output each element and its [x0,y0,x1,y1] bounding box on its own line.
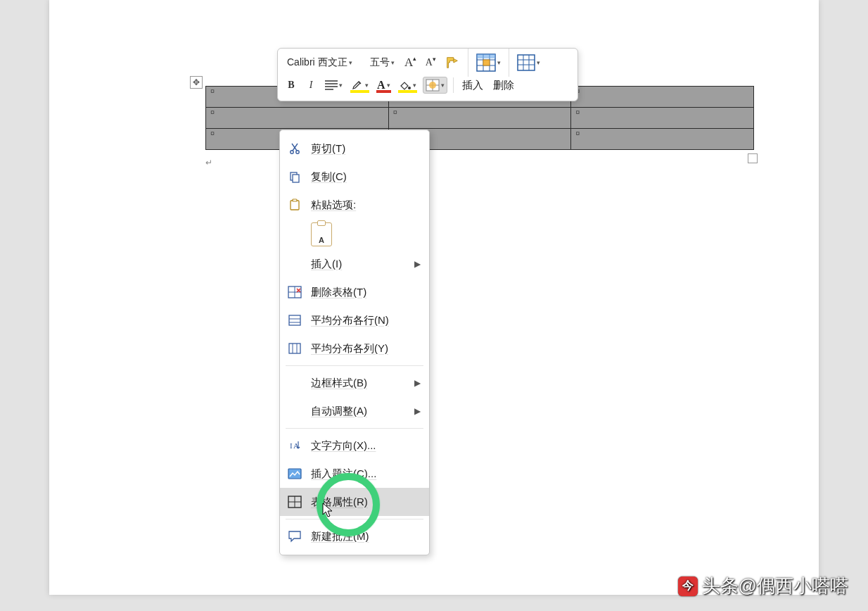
menu-cut[interactable]: 剪切(T) [280,134,429,163]
paste-icon [287,197,302,213]
table-resize-handle[interactable] [748,153,758,163]
menu-table-properties[interactable]: 表格属性(R) [280,488,429,516]
bold-button[interactable]: B [283,77,299,94]
document-page: ✥ ¤¤¤ ¤¤¤ ¤¤¤ ↵ Calibri 西文正 ▾ 五号 ▾ A▴ A▾ [49,0,819,595]
menu-text-direction[interactable]: IA 文字方向(X)... [280,432,429,460]
chevron-down-icon: ▾ [537,59,540,66]
svg-rect-34 [289,315,300,325]
paragraph-mark: ↵ [205,158,212,168]
copy-icon [287,169,302,184]
shrink-font-button[interactable]: A▾ [423,54,438,71]
chevron-down-icon: ▾ [441,82,445,89]
menu-separator [286,519,423,519]
menu-insert[interactable]: 插入(I) ▶ [280,250,429,278]
menu-label: 复制(C) [311,170,421,184]
font-size-value: 五号 [370,56,390,69]
menu-label: 自动调整(A) [311,405,406,418]
menu-separator [286,428,423,429]
menu-copy[interactable]: 复制(C) [280,163,429,191]
menu-label: 插入(I) [311,258,406,271]
separator [509,49,509,77]
grow-font-button[interactable]: A▴ [402,54,419,71]
table-properties-icon [287,494,302,510]
table-cell[interactable]: ¤ [571,108,754,129]
menu-insert-caption[interactable]: 插入题注(C)... [280,460,429,488]
cell-shading-button[interactable]: ▾ [423,77,447,94]
font-color-button[interactable]: A ▾ [375,77,392,94]
distribute-rows-icon [287,313,302,328]
mini-toolbar: Calibri 西文正 ▾ 五号 ▾ A▴ A▾ [277,48,578,101]
comment-icon [287,529,302,544]
svg-rect-27 [291,201,299,210]
insert-menu-button[interactable]: 插入 [459,79,486,92]
menu-distribute-cols[interactable]: 平均分布各列(Y) [280,334,429,363]
svg-point-21 [291,151,293,153]
menu-paste-options: 粘贴选项: [280,191,429,219]
align-button[interactable]: ▾ [323,77,345,94]
shading-color-button[interactable]: ▾ [397,77,419,94]
watermark-logo-icon: 今 [678,577,698,596]
chevron-right-icon: ▶ [414,406,421,416]
svg-line-24 [292,144,297,151]
delete-menu-button[interactable]: 删除 [490,79,517,92]
text-direction-icon: IA [287,438,302,453]
distribute-cols-icon [287,341,302,356]
svg-point-20 [429,82,436,89]
chevron-down-icon: ▾ [365,82,369,89]
svg-rect-26 [293,175,299,182]
menu-label: 平均分布各行(N) [311,314,421,327]
separator [453,77,454,93]
paste-keep-text-icon: A [311,222,332,246]
blank-icon [287,256,302,272]
blank-icon [287,375,302,391]
menu-label: 平均分布各列(Y) [311,342,421,355]
chevron-down-icon: ▾ [339,82,343,89]
menu-label: 剪切(T) [311,142,421,156]
menu-label: 边框样式(B) [311,377,406,390]
svg-rect-37 [289,344,300,353]
table-row: ¤¤¤ [206,108,754,129]
highlight-button[interactable]: ▾ [349,77,371,94]
menu-border-styles[interactable]: 边框样式(B) ▶ [280,369,429,397]
svg-point-16 [408,87,411,89]
separator [468,49,468,77]
paste-option-keep-text[interactable]: A [280,219,429,250]
menu-label: 删除表格(T) [311,286,421,299]
cut-icon [287,141,302,156]
menu-distribute-rows[interactable]: 平均分布各行(N) [280,306,429,334]
menu-label: 粘贴选项: [311,199,421,212]
svg-rect-6 [483,60,490,65]
chevron-down-icon: ▾ [497,59,501,66]
table-cell[interactable]: ¤ [388,108,571,129]
table-move-handle[interactable]: ✥ [190,76,203,89]
menu-label: 表格属性(R) [311,496,421,509]
menu-delete-table[interactable]: 删除表格(T) [280,278,429,306]
caption-icon [287,466,302,481]
svg-rect-28 [293,199,297,201]
font-size-selector[interactable]: 五号 ▾ [366,54,398,71]
svg-rect-5 [477,54,495,58]
watermark: 今 头条@偶西小嗒嗒 [678,574,848,598]
format-painter-button[interactable] [442,54,462,71]
table-cell[interactable]: ¤ [571,129,754,150]
italic-button[interactable]: I [303,77,319,94]
table-styles-button[interactable]: ▾ [515,52,542,73]
svg-point-22 [296,151,299,153]
menu-label: 文字方向(X)... [311,439,421,453]
menu-label: 插入题注(C)... [311,467,421,481]
context-menu: 剪切(T) 复制(C) 粘贴选项: A 插入(I) ▶ 删除表格(T) [279,130,430,555]
chevron-down-icon: ▾ [413,82,416,89]
svg-text:I: I [290,441,293,450]
chevron-right-icon: ▶ [414,378,421,388]
insert-table-button[interactable]: ▾ [474,52,503,73]
menu-new-comment[interactable]: 新建批注(M) [280,522,429,550]
table-cell[interactable]: ¤ [206,108,389,129]
menu-label: 新建批注(M) [311,530,421,543]
delete-table-icon [287,284,302,300]
chevron-down-icon: ▾ [391,59,395,66]
chevron-down-icon: ▾ [349,59,352,66]
chevron-down-icon: ▾ [387,82,390,89]
table-cell[interactable]: ¤ [571,87,754,108]
font-family-selector[interactable]: Calibri 西文正 ▾ [283,54,362,71]
menu-autofit[interactable]: 自动调整(A) ▶ [280,397,429,425]
